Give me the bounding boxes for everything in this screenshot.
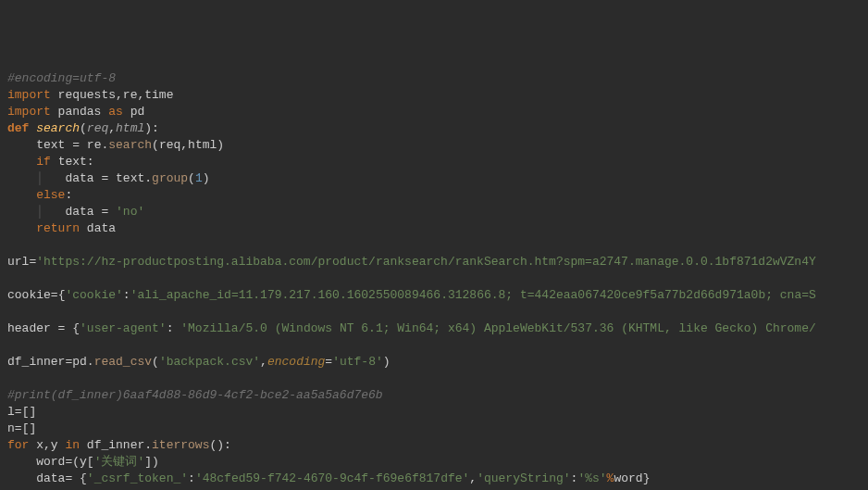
- code-line: def search(req,html):: [7, 120, 861, 137]
- code-line: else:: [7, 187, 861, 204]
- code-line: #encoding=utf-8: [7, 70, 861, 87]
- code-line: [7, 237, 861, 254]
- code-line: l=[]: [7, 404, 861, 421]
- code-line: import requests,re,time: [7, 87, 861, 104]
- code-line: import pandas as pd: [7, 104, 861, 120]
- code-line: │ data = 'no': [7, 204, 861, 220]
- code-line: return data: [7, 220, 861, 237]
- code-line: text = re.search(req,html): [7, 137, 861, 154]
- code-line: header = {'user-agent': 'Mozilla/5.0 (Wi…: [7, 320, 861, 337]
- code-line: data= {'_csrf_token_':'48cfed59-f742-467…: [7, 471, 861, 487]
- code-line: url='https://hz-productposting.alibaba.c…: [7, 254, 861, 270]
- code-line: [7, 337, 861, 354]
- code-line: word=(y['关键词']): [7, 454, 861, 471]
- code-line: cookie={'cookie':'ali_apache_id=11.179.2…: [7, 287, 861, 304]
- code-line: n=[]: [7, 421, 861, 437]
- code-line: for x,y in df_inner.iterrows():: [7, 437, 861, 454]
- code-line: │ data = text.group(1): [7, 170, 861, 187]
- code-line: [7, 304, 861, 320]
- code-editor[interactable]: #encoding=utf-8import requests,re,timeim…: [7, 70, 861, 490]
- code-line: [7, 371, 861, 387]
- code-line: #print(df_inner)6aaf4d88-86d9-4cf2-bce2-…: [7, 387, 861, 404]
- code-line: if text:: [7, 154, 861, 170]
- code-line: df_inner=pd.read_csv('backpack.csv',enco…: [7, 354, 861, 371]
- code-line: [7, 270, 861, 287]
